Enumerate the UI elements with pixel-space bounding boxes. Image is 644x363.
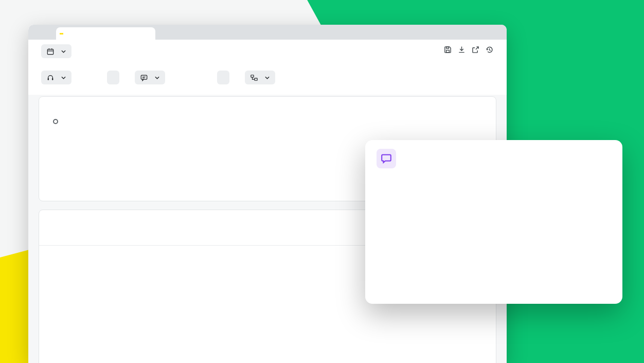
- chevron-down-icon: [61, 50, 66, 53]
- close-window-button[interactable]: [35, 29, 41, 35]
- filter-operator-and: [107, 71, 119, 84]
- chat-bubble-icon: [377, 149, 396, 168]
- filter-operator-and: [217, 71, 229, 84]
- chat-queues-icon: [140, 74, 148, 81]
- browser-tab[interactable]: [56, 27, 155, 40]
- download-icon[interactable]: [458, 46, 466, 54]
- agents-icon: [47, 74, 54, 81]
- chevron-down-icon: [155, 76, 159, 79]
- history-icon[interactable]: [486, 46, 493, 54]
- filter-all-chat-queues[interactable]: [135, 71, 165, 84]
- chat-types-icon: [251, 74, 258, 81]
- share-icon[interactable]: [472, 46, 479, 54]
- calendar-icon: [47, 48, 54, 55]
- filter-all-agents[interactable]: [41, 71, 71, 84]
- toolbar-actions: [444, 46, 499, 54]
- browser-tab-bar: [28, 25, 507, 40]
- chevron-down-icon: [61, 76, 66, 79]
- filter-all-chat-types[interactable]: [245, 71, 275, 84]
- date-range-filter[interactable]: [41, 44, 71, 58]
- analytics-toolbar: [28, 40, 507, 95]
- conversation-detail-popup: [365, 140, 622, 304]
- chevron-down-icon: [265, 76, 270, 79]
- save-icon[interactable]: [444, 46, 452, 54]
- minimize-window-button[interactable]: [45, 29, 50, 35]
